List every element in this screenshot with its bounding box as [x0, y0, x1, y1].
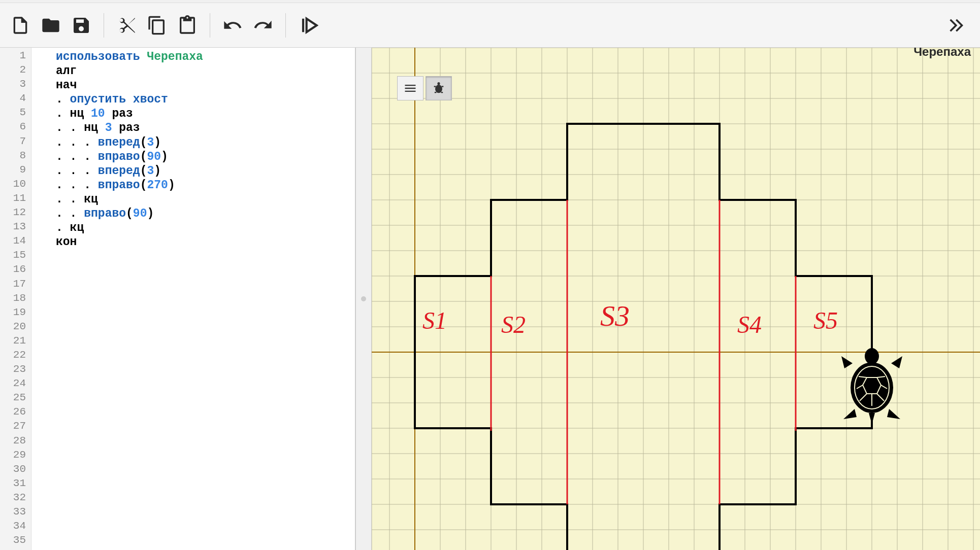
line-number: 18 [0, 292, 31, 306]
code-line[interactable]: . . кц [56, 192, 351, 207]
code-line[interactable]: . нц 10 раз [56, 107, 351, 121]
turtle-small-icon [432, 81, 446, 95]
line-number: 7 [0, 135, 31, 150]
svg-rect-4 [435, 92, 437, 93]
line-number: 16 [0, 263, 31, 278]
save-file-button[interactable] [67, 11, 95, 40]
undo-button[interactable] [218, 11, 247, 40]
line-number: 2 [0, 64, 31, 78]
code-line[interactable]: . . . вперед(3) [56, 135, 351, 150]
paste-icon [177, 15, 198, 36]
toolbar-separator [210, 13, 210, 38]
paste-button[interactable] [173, 11, 202, 40]
new-file-icon [10, 15, 30, 36]
line-number: 5 [0, 107, 31, 121]
code-line[interactable]: . . вправо(90) [56, 207, 351, 221]
svg-rect-2 [434, 86, 436, 87]
svg-point-67 [865, 348, 879, 364]
code-line[interactable]: . . . вправо(270) [56, 178, 351, 192]
line-number: 19 [0, 306, 31, 321]
line-number: 23 [0, 363, 31, 377]
panel-splitter[interactable] [355, 48, 372, 550]
redo-button[interactable] [249, 11, 277, 40]
code-line[interactable]: использовать Черепаха [56, 50, 351, 64]
line-number: 30 [0, 463, 31, 477]
turtle-sprite [841, 348, 902, 424]
svg-point-1 [437, 82, 440, 85]
line-number: 31 [0, 477, 31, 492]
line-number: 8 [0, 150, 31, 164]
line-number: 4 [0, 92, 31, 107]
code-editor-panel: 1234567891011121314151617181920212223242… [0, 48, 355, 550]
line-number: 20 [0, 321, 31, 335]
line-number: 17 [0, 278, 31, 292]
main-split: 1234567891011121314151617181920212223242… [0, 48, 980, 550]
cut-icon [116, 15, 137, 36]
svg-rect-3 [442, 86, 444, 87]
code-line[interactable]: . . нц 3 раз [56, 121, 351, 135]
canvas-turtle-toggle[interactable] [426, 76, 452, 100]
code-line[interactable]: . кц [56, 221, 351, 235]
undo-icon [222, 15, 243, 36]
line-gutter: 1234567891011121314151617181920212223242… [0, 48, 31, 550]
canvas-svg [372, 48, 980, 550]
toolbar-separator [285, 13, 286, 38]
line-number: 34 [0, 520, 31, 534]
line-number: 9 [0, 164, 31, 178]
code-area[interactable]: использовать Черепахаалгнач. опустить хв… [31, 48, 355, 550]
cut-button[interactable] [112, 11, 141, 40]
line-number: 12 [0, 207, 31, 221]
toolbar-separator [104, 13, 104, 38]
turtle-canvas[interactable] [372, 48, 980, 550]
line-number: 27 [0, 420, 31, 434]
main-toolbar [0, 3, 980, 48]
line-number: 13 [0, 221, 31, 235]
line-number: 11 [0, 192, 31, 207]
more-button[interactable] [941, 11, 970, 40]
copy-button[interactable] [143, 11, 171, 40]
save-icon [71, 15, 91, 36]
line-number: 32 [0, 492, 31, 506]
line-number: 10 [0, 178, 31, 192]
canvas-menu-button[interactable] [397, 76, 423, 100]
line-number: 21 [0, 335, 31, 349]
open-file-button[interactable] [37, 11, 65, 40]
line-number: 22 [0, 349, 31, 363]
line-number: 28 [0, 435, 31, 449]
line-number: 29 [0, 449, 31, 463]
line-number: 33 [0, 506, 31, 520]
code-line[interactable]: . . . вперед(3) [56, 164, 351, 178]
turtle-canvas-panel: Черепаха [372, 48, 980, 550]
hamburger-icon [403, 81, 417, 95]
line-number: 1 [0, 50, 31, 64]
canvas-title: Черепаха [913, 48, 971, 59]
line-number: 24 [0, 377, 31, 392]
line-number: 25 [0, 392, 31, 406]
svg-rect-5 [441, 92, 443, 93]
redo-icon [253, 15, 273, 36]
code-line[interactable]: . . . вправо(90) [56, 150, 351, 164]
code-line[interactable]: . опустить хвост [56, 92, 351, 107]
line-number: 26 [0, 406, 31, 420]
open-folder-icon [41, 15, 61, 36]
copy-icon [147, 15, 167, 36]
svg-point-0 [435, 85, 442, 93]
code-line[interactable]: алг [56, 64, 351, 78]
line-number: 15 [0, 249, 31, 263]
line-number: 6 [0, 121, 31, 135]
line-number: 3 [0, 78, 31, 92]
run-button[interactable] [294, 11, 322, 40]
canvas-controls [397, 76, 452, 100]
run-icon [298, 15, 318, 36]
line-number: 14 [0, 235, 31, 249]
new-file-button[interactable] [6, 11, 35, 40]
chevron-double-right-icon [945, 15, 966, 36]
line-number: 35 [0, 534, 31, 548]
code-line[interactable]: нач [56, 78, 351, 92]
code-line[interactable]: кон [56, 235, 351, 249]
